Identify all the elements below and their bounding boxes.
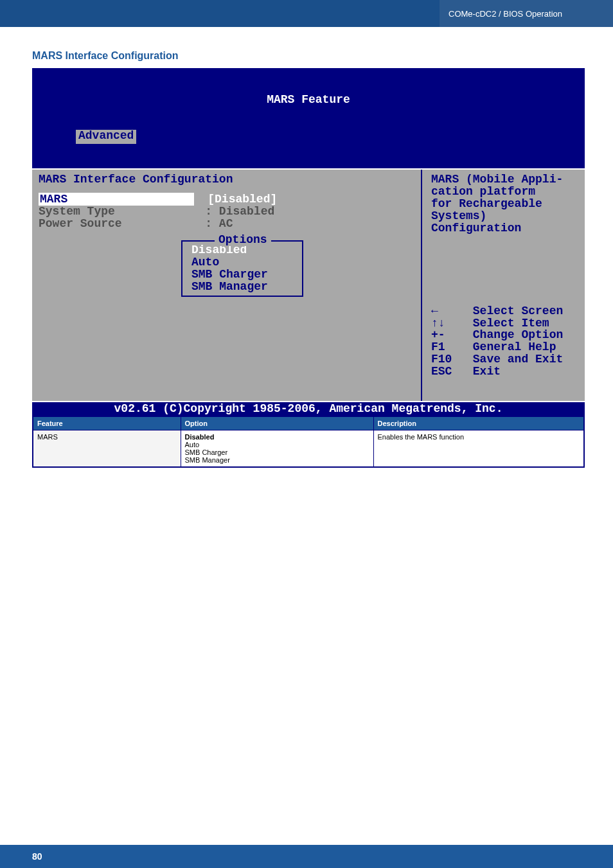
bios-header: MARS Feature Advanced xyxy=(32,68,585,170)
bios-help-row: F1 General Help xyxy=(431,341,578,353)
page-footer: 80 xyxy=(0,845,613,868)
bios-left-heading: MARS Interface Configuration xyxy=(39,173,414,186)
page-number: 80 xyxy=(32,851,42,862)
bios-help-row: +- Change Option xyxy=(431,329,578,341)
bios-title: MARS Feature xyxy=(37,93,580,106)
bios-tab-advanced[interactable]: Advanced xyxy=(76,130,136,144)
bios-help-pane: MARS (Mobile Appli- cation platform for … xyxy=(421,170,585,401)
cell-option: DisabledAutoSMB ChargerSMB Manager xyxy=(181,430,373,468)
bios-left-pane: MARS Interface Configuration MARS [Disab… xyxy=(32,170,421,401)
bios-footer: v02.61 (C)Copyright 1985-2006, American … xyxy=(32,401,585,416)
bios-option-item[interactable]: SMB Manager xyxy=(191,281,296,293)
bios-key-help: ← Select Screen↑↓ Select Item+- Change O… xyxy=(431,305,578,378)
cell-description: Enables the MARS function xyxy=(373,430,584,468)
col-feature: Feature xyxy=(33,416,181,430)
bios-option-item[interactable]: SMB Charger xyxy=(191,269,296,281)
bios-options-title: Options xyxy=(215,234,271,246)
col-option: Option xyxy=(181,416,373,430)
bios-setting-row[interactable]: Power Source : AC xyxy=(39,218,414,230)
bios-item-description: MARS (Mobile Appli- cation platform for … xyxy=(431,173,578,234)
bios-help-row: F10 Save and Exit xyxy=(431,353,578,366)
bios-help-row: ← Select Screen xyxy=(431,305,578,317)
bios-tab-row: Advanced xyxy=(37,130,580,144)
section-title: MARS Interface Configuration xyxy=(32,50,589,62)
table-header-row: Feature Option Description xyxy=(33,416,584,430)
table-row: MARSDisabledAutoSMB ChargerSMB ManagerEn… xyxy=(33,430,584,468)
col-description: Description xyxy=(373,416,584,430)
bios-options-popup: Options DisabledAutoSMB ChargerSMB Manag… xyxy=(181,240,303,297)
feature-table: Feature Option Description MARSDisabledA… xyxy=(32,416,585,468)
bios-option-item[interactable]: Auto xyxy=(191,256,296,269)
cell-feature: MARS xyxy=(33,430,181,468)
bios-setting-row[interactable]: MARS [Disabled] xyxy=(39,193,414,206)
bios-help-row: ESC Exit xyxy=(431,366,578,378)
breadcrumb: COMe-cDC2 / BIOS Operation xyxy=(440,0,613,27)
bios-help-row: ↑↓ Select Item xyxy=(431,317,578,330)
bios-body: MARS Interface Configuration MARS [Disab… xyxy=(32,170,585,401)
bios-screenshot: MARS Feature Advanced MARS Interface Con… xyxy=(32,68,585,416)
bios-setting-row[interactable]: System Type : Disabled xyxy=(39,206,414,218)
top-header-bar: COMe-cDC2 / BIOS Operation xyxy=(0,0,613,27)
page-content: MARS Interface Configuration MARS Featur… xyxy=(0,27,613,468)
